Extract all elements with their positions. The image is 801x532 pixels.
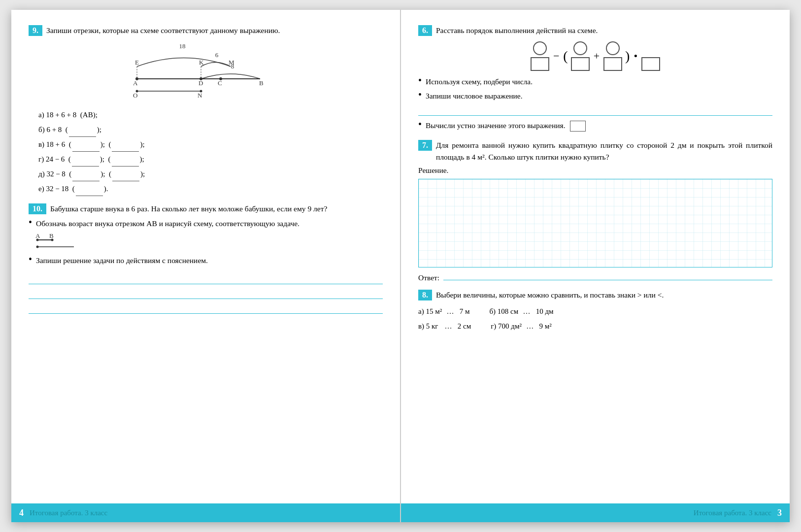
bullet-6-2-icon: • bbox=[418, 89, 422, 100]
task-6-num: 6. bbox=[418, 25, 432, 36]
plus-op: + bbox=[594, 50, 600, 63]
diagram-svg: 18 6 8 bbox=[122, 39, 290, 103]
task8-row1: а) 15 м² … 7 м б) 108 см … 10 дм bbox=[418, 304, 772, 319]
bullet-6-3-icon: • bbox=[418, 119, 422, 130]
task-10-section: 10. Бабушка старше внука в 6 раз. На ско… bbox=[29, 203, 383, 314]
task-6-bullet2-text: Запиши числовое выражение. bbox=[426, 90, 523, 101]
task-7-text: Для ремонта ванной нужно купить квадратн… bbox=[436, 139, 772, 163]
right-footer: 3 Итоговая работа. 3 класс bbox=[401, 503, 790, 522]
task8-v: в) 5 кг … 2 см bbox=[418, 319, 471, 333]
task8-row2: в) 5 кг … 2 см г) 700 дм² … 9 м² bbox=[418, 319, 772, 333]
task-7-num: 7. bbox=[418, 140, 432, 151]
task-10-num: 10. bbox=[29, 203, 46, 214]
square-2 bbox=[571, 57, 590, 71]
task-6-text: Расставь порядок выполнения действий на … bbox=[436, 25, 598, 36]
answer-underline bbox=[443, 271, 772, 280]
segment-ab-diagram: A B bbox=[34, 232, 383, 252]
task-6-bullet1: • Используя схему, подбери числа. bbox=[418, 76, 772, 87]
task-6-header: 6. Расставь порядок выполнения действий … bbox=[418, 25, 772, 36]
svg-text:B: B bbox=[259, 79, 264, 87]
bullet-icon-1: • bbox=[29, 217, 32, 228]
task-8-num: 8. bbox=[418, 290, 432, 300]
seg-b: б) 6 + 8 (); bbox=[38, 122, 383, 137]
task-9-num: 9. bbox=[29, 25, 42, 36]
task-6-bullet3: • Вычисли устно значение этого выражения… bbox=[418, 120, 772, 132]
square-4 bbox=[641, 57, 660, 71]
svg-text:N: N bbox=[198, 92, 202, 99]
segment-assignments: а) 18 + 6 + 8 (АВ); б) 6 + 8 (); в) 18 +… bbox=[38, 107, 383, 196]
svg-text:C: C bbox=[218, 79, 222, 87]
task-8-answers: а) 15 м² … 7 м б) 108 см … 10 дм в) 5 кг… bbox=[418, 304, 772, 333]
solution-grid bbox=[418, 179, 772, 267]
task-6-bullet1-text: Используя схему, подбери числа. bbox=[426, 76, 533, 87]
seg-g: г) 24 − 6 (); (); bbox=[38, 152, 383, 166]
task-6-bullet3-text: Вычисли устно значение этого выражения. bbox=[426, 120, 586, 132]
task-9-text: Запиши отрезки, которые на схеме соответ… bbox=[46, 25, 280, 36]
task-8-section: 8. Выбери величины, которые можно сравни… bbox=[418, 289, 772, 333]
svg-point-25 bbox=[51, 239, 54, 241]
task-8-header: 8. Выбери величины, которые можно сравни… bbox=[418, 289, 772, 301]
task-7-answer-row: Ответ: bbox=[418, 271, 772, 282]
task-7-answer-label: Ответ: bbox=[418, 273, 439, 282]
bullet-icon-2: • bbox=[29, 254, 32, 265]
seg-d: д) 32 − 8 (); (); bbox=[38, 166, 383, 181]
right-footer-text: Итоговая работа. 3 класс bbox=[694, 509, 771, 517]
svg-rect-28 bbox=[419, 179, 772, 267]
bullet-6-1-icon: • bbox=[418, 75, 422, 86]
task-7-section: 7. Для ремонта ванной нужно купить квадр… bbox=[418, 139, 772, 282]
mult-op: • bbox=[634, 50, 637, 63]
svg-text:A: A bbox=[35, 232, 40, 239]
task-9-header: 9. Запиши отрезки, которые на схеме соот… bbox=[29, 25, 383, 36]
answer-line-1 bbox=[29, 273, 383, 284]
square-3 bbox=[603, 57, 622, 71]
task-9-section: 9. Запиши отрезки, которые на схеме соот… bbox=[29, 25, 383, 196]
seg-e: е) 32 − 18 (). bbox=[38, 181, 383, 196]
task-7-header: 7. Для ремонта ванной нужно купить квадр… bbox=[418, 139, 772, 163]
task8-a: а) 15 м² … 7 м bbox=[418, 304, 469, 319]
task8-b: б) 108 см … 10 дм bbox=[489, 304, 553, 319]
svg-text:D: D bbox=[199, 79, 203, 87]
seg-a: а) 18 + 6 + 8 (АВ); bbox=[38, 107, 383, 122]
circle-3 bbox=[606, 41, 620, 55]
task8-g: г) 700 дм² … 9 м² bbox=[491, 319, 552, 333]
svg-text:6: 6 bbox=[215, 51, 218, 59]
svg-text:O: O bbox=[133, 92, 137, 99]
svg-text:E: E bbox=[135, 59, 139, 66]
task-7-solution-label: Решение. bbox=[418, 166, 772, 175]
open-paren: ( bbox=[563, 48, 567, 64]
answer-line-2 bbox=[29, 288, 383, 299]
geometry-diagram: 18 6 8 bbox=[122, 39, 290, 103]
left-page-number: 4 bbox=[19, 508, 24, 518]
svg-text:18: 18 bbox=[179, 42, 185, 50]
task-10-bullet2-text: Запиши решение задачи по действиям с поя… bbox=[36, 255, 208, 266]
svg-text:M: M bbox=[229, 59, 234, 66]
task-10-bullet1-text: Обозначь возраст внука отрезком АВ и нар… bbox=[36, 218, 300, 229]
right-page: 6. Расставь порядок выполнения действий … bbox=[401, 10, 790, 522]
seg-v: в) 18 + 6 (); (); bbox=[38, 137, 383, 152]
answer-box-small bbox=[570, 121, 586, 132]
left-footer-text: Итоговая работа. 3 класс bbox=[30, 509, 107, 517]
task-10-header: 10. Бабушка старше внука в 6 раз. На ско… bbox=[29, 203, 383, 215]
right-page-number: 3 bbox=[777, 508, 782, 518]
svg-text:K: K bbox=[199, 59, 204, 66]
circle-1 bbox=[533, 41, 547, 55]
task-10-bullet1: • Обозначь возраст внука отрезком АВ и н… bbox=[29, 218, 383, 229]
left-page: 9. Запиши отрезки, которые на схеме соот… bbox=[11, 10, 401, 522]
formula-diagram: − ( + ) • bbox=[418, 41, 772, 71]
left-footer: 4 Итоговая работа. 3 класс bbox=[11, 503, 400, 522]
svg-text:A: A bbox=[133, 79, 138, 87]
task-8-text: Выбери величины, которые можно сравнить,… bbox=[436, 289, 664, 301]
task-10-text: Бабушка старше внука в 6 раз. На сколько… bbox=[50, 203, 327, 215]
task-10-bullet2: • Запиши решение задачи по действиям с п… bbox=[29, 255, 383, 266]
svg-text:B: B bbox=[49, 232, 54, 239]
answer-line-3 bbox=[29, 303, 383, 314]
square-1 bbox=[531, 57, 549, 71]
circle-2 bbox=[573, 41, 587, 55]
task-6-bullet2: • Запиши числовое выражение. bbox=[418, 90, 772, 101]
close-paren: ) bbox=[625, 48, 630, 64]
task-6-section: 6. Расставь порядок выполнения действий … bbox=[418, 25, 772, 132]
task6-answer-line bbox=[418, 105, 772, 116]
minus-op: − bbox=[553, 50, 559, 63]
svg-point-24 bbox=[36, 239, 39, 241]
